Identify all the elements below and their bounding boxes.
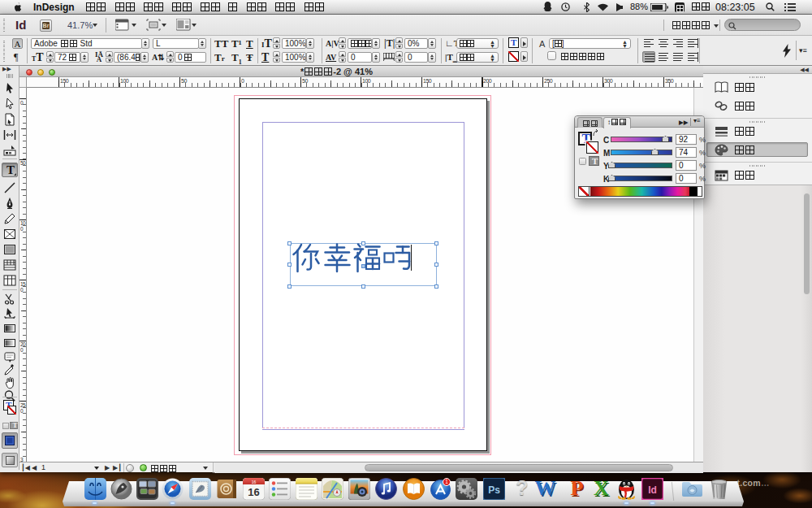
- svg-text:Ps: Ps: [488, 484, 500, 496]
- svg-text:16: 16: [248, 486, 259, 498]
- svg-text:16: 16: [252, 480, 257, 484]
- svg-text:Id: Id: [648, 484, 657, 496]
- svg-text:1: 1: [445, 479, 448, 484]
